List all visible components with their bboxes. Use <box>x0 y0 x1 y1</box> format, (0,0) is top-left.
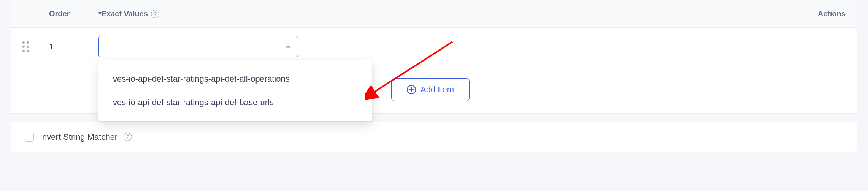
actions-column-header: Actions <box>800 9 846 18</box>
exact-values-table: Order *Exact Values ? Actions 1 <box>11 0 857 114</box>
values-column-header: *Exact Values ? <box>98 9 800 18</box>
help-icon[interactable]: ? <box>151 10 159 18</box>
order-column-header: Order <box>49 9 98 18</box>
values-header-label: *Exact Values <box>98 9 148 18</box>
drag-dots-icon <box>22 41 29 52</box>
dropdown-menu: ves-io-api-def-star-ratings-api-def-all-… <box>98 60 372 121</box>
add-item-label: Add Item <box>421 85 454 95</box>
drag-handle[interactable] <box>22 41 49 52</box>
invert-checkbox[interactable] <box>25 133 34 142</box>
table-header-row: Order *Exact Values ? Actions <box>11 0 857 28</box>
chevron-up-icon <box>286 44 291 49</box>
invert-label: Invert String Matcher <box>40 132 117 142</box>
dropdown-option[interactable]: ves-io-api-def-star-ratings-api-def-base… <box>98 91 372 114</box>
add-item-button[interactable]: Add Item <box>391 78 470 101</box>
plus-circle-icon <box>407 85 416 94</box>
dropdown-option[interactable]: ves-io-api-def-star-ratings-api-def-all-… <box>98 67 372 91</box>
order-value: 1 <box>49 42 98 52</box>
invert-string-matcher-section: Invert String Matcher ? <box>11 122 857 152</box>
exact-values-select-container: ves-io-api-def-star-ratings-api-def-all-… <box>98 36 298 57</box>
help-icon[interactable]: ? <box>124 133 132 141</box>
exact-values-select[interactable] <box>98 36 298 57</box>
table-row: 1 ves-io-api-def-star-ratings-api-def-al… <box>11 28 857 66</box>
